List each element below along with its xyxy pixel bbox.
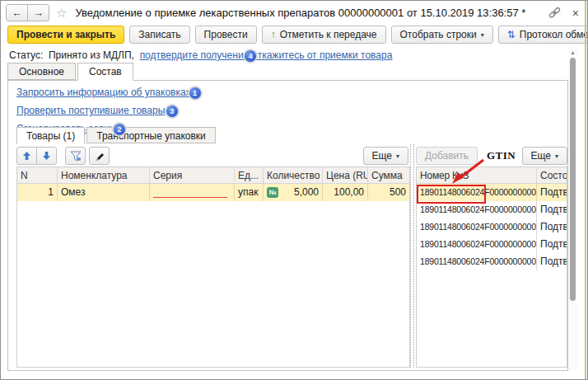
move-up-button[interactable] — [16, 147, 37, 165]
kiz-row[interactable]: 18901148006024F000000000018 Подтве — [417, 236, 567, 253]
chevron-down-icon: ▾ — [481, 31, 484, 39]
scrollbar-thumb[interactable] — [570, 58, 576, 301]
get-link-icon[interactable] — [548, 7, 561, 19]
annotation-badge-3: 3 — [165, 104, 180, 119]
annotation-badge-2: 2 — [112, 122, 127, 137]
tab-transport-packages[interactable]: Транспортные упаковки — [86, 127, 216, 143]
kiz-number: 18901148006024F000000000015 — [417, 184, 537, 201]
kiz-more-button[interactable]: Еще ▾ — [522, 147, 567, 165]
marking-icon: № — [267, 187, 278, 198]
form-vertical-scrollbar[interactable]: ▲ — [568, 48, 577, 371]
blue-down-arrow-icon — [42, 151, 51, 161]
refuse-acceptance-link[interactable]: откажитесь от приемки товара — [252, 49, 392, 61]
required-field-underline — [153, 197, 227, 198]
cell-nomenclature: Омез — [58, 184, 150, 201]
mark-for-transfer-button[interactable]: ↑ Отметить к передаче — [262, 26, 386, 44]
col-sum[interactable]: Сумма — [368, 167, 409, 183]
post-button[interactable]: Провести — [195, 26, 257, 44]
col-price[interactable]: Цена (RUB) — [323, 167, 368, 183]
favorite-star-icon[interactable]: ☆ — [56, 7, 67, 19]
goods-toolbar: Еще ▾ — [16, 146, 410, 166]
exchange-protocol-button[interactable]: ⇅ Протокол обмена — [498, 26, 588, 44]
kiz-number: 18901148006024F000000000016 — [417, 201, 537, 218]
col-nomenclature[interactable]: Номенклатура — [58, 167, 150, 183]
kiz-state: Подтве — [537, 253, 567, 270]
tab-composition[interactable]: Состав — [77, 63, 133, 81]
quantity-value: 5,000 — [282, 184, 319, 201]
check-goods-link[interactable]: Проверить поступившие товары — [16, 105, 165, 116]
marker-pen-icon — [94, 150, 105, 162]
goods-more-button[interactable]: Еще ▾ — [363, 147, 408, 165]
confirm-receipt-link[interactable]: подтвердите получение — [140, 49, 250, 61]
col-state[interactable]: Состоя — [537, 167, 567, 183]
tab-goods[interactable]: Товары (1) — [16, 127, 85, 144]
scroll-up-icon[interactable]: ▲ — [568, 48, 577, 57]
kiz-state: Подтве — [537, 236, 567, 253]
kiz-state: Подтве — [537, 184, 567, 201]
move-down-button[interactable] — [36, 147, 57, 165]
col-kiz-number[interactable]: Номер КиЗ — [417, 167, 537, 183]
kiz-number: 18901148006024F000000000019 — [417, 253, 537, 270]
goods-more-label: Еще — [372, 150, 392, 162]
select-rows-label: Отобрать строки — [400, 29, 477, 40]
cell-series-empty[interactable] — [150, 184, 235, 201]
add-button[interactable]: Добавить — [416, 147, 478, 165]
kiz-grid-header: Номер КиЗ Состоя — [417, 167, 567, 184]
nav-history-group: ← → — [6, 4, 49, 21]
chevron-down-icon: ▾ — [396, 152, 399, 160]
forward-arrow-icon: → — [33, 7, 44, 19]
request-packages-link[interactable]: Запросить информацию об упаковках — [16, 87, 191, 98]
back-button[interactable]: ← — [6, 4, 28, 21]
forward-button[interactable]: → — [27, 4, 49, 21]
kiz-gtin: 18901148006024 — [420, 187, 484, 197]
pane-splitter[interactable] — [410, 144, 414, 368]
up-down-arrows-icon: ⇅ — [507, 29, 516, 40]
kiz-serial: F000000000016 — [484, 204, 537, 214]
kiz-row[interactable]: 18901148006024F000000000017 Подтве — [417, 218, 567, 236]
cell-n: 1 — [17, 184, 58, 201]
tab-main[interactable]: Основное — [7, 63, 76, 80]
kiz-grid: Номер КиЗ Состоя 18901148006024F00000000… — [416, 167, 567, 368]
blue-up-arrow-icon — [22, 151, 31, 161]
kiz-more-label: Еще — [531, 150, 551, 162]
cell-quantity: № 5,000 — [264, 184, 323, 201]
filter-series-button[interactable] — [65, 147, 86, 165]
kiz-row[interactable]: 18901148006024F000000000019 Подтве — [417, 253, 567, 270]
check-goods-row: Проверить поступившие товары 3 — [16, 104, 180, 119]
kiz-state: Подтве — [537, 201, 567, 218]
kiz-pane: Добавить Еще ▾ GTIN Номер КиЗ Состоя — [416, 144, 567, 368]
col-series[interactable]: Серия — [150, 167, 235, 183]
composition-tab-content: Запросить информацию об упаковках1 Прове… — [7, 80, 568, 371]
post-label: Провести — [204, 29, 248, 40]
kiz-gtin: 18901148006024 — [420, 256, 484, 266]
add-label: Добавить — [425, 150, 469, 162]
select-rows-button[interactable]: Отобрать строки ▾ — [391, 26, 493, 44]
col-unit[interactable]: Ед... — [235, 167, 264, 183]
goods-grid-header: N Номенклатура Серия Ед... Количество Це… — [17, 167, 409, 184]
title-bar: ← → ☆ Уведомление о приемке лекарственны… — [6, 3, 579, 22]
kiz-gtin: 18901148006024 — [420, 204, 484, 214]
funnel-icon — [70, 151, 82, 162]
write-button[interactable]: Записать — [129, 26, 189, 44]
document-title: Уведомление о приемке лекарственных преп… — [75, 7, 525, 19]
goods-grid: N Номенклатура Серия Ед... Количество Це… — [16, 167, 410, 368]
gtin-annotation-label: GTIN — [483, 149, 519, 162]
close-icon[interactable]: × — [572, 7, 579, 19]
status-value: Принято из МДЛП, — [49, 49, 134, 61]
kiz-row[interactable]: 18901148006024F000000000015 Подтве — [417, 184, 567, 201]
status-line: Статус: Принято из МДЛП, подтвердите пол… — [9, 49, 392, 63]
main-tab-strip: Основное Состав — [7, 63, 135, 81]
kiz-gtin: 18901148006024 — [420, 239, 484, 249]
goods-row[interactable]: 1 Омез упак № 5,000 100,00 500 — [17, 184, 409, 201]
marker-button[interactable] — [89, 147, 110, 165]
annotation-badge-4: 4 — [243, 49, 258, 63]
col-n[interactable]: N — [17, 167, 58, 183]
kiz-gtin: 18901148006024 — [420, 222, 484, 232]
write-label: Записать — [138, 29, 180, 40]
cell-price: 100,00 — [323, 184, 368, 201]
kiz-serial: F000000000018 — [484, 239, 537, 249]
kiz-serial: F000000000015 — [484, 187, 537, 197]
kiz-row[interactable]: 18901148006024F000000000016 Подтве — [417, 201, 567, 218]
col-quantity[interactable]: Количество — [264, 167, 323, 183]
post-and-close-button[interactable]: Провести и закрыть — [7, 26, 124, 44]
